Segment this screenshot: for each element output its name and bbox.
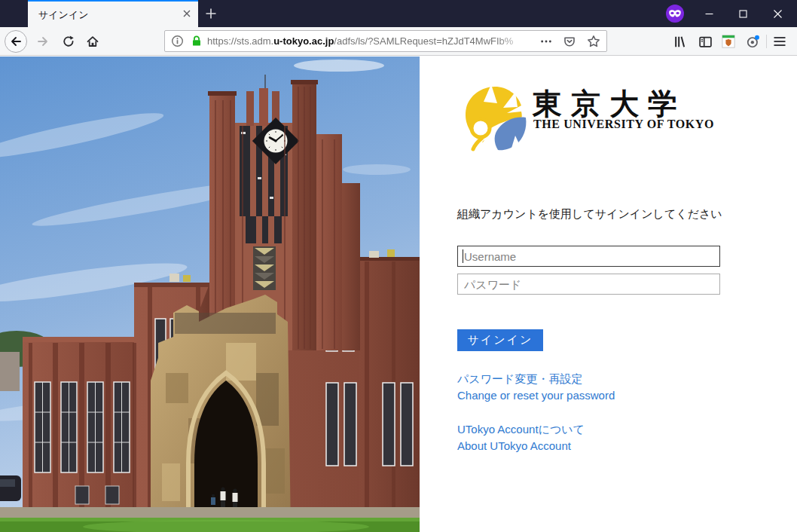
bookmark-star-icon[interactable] bbox=[587, 35, 600, 48]
tab-title: サインイン bbox=[38, 8, 89, 22]
shield-extension-icon[interactable] bbox=[719, 32, 737, 50]
url-domain: u-tokyo.ac.jp bbox=[273, 35, 334, 47]
account-extension-icon[interactable] bbox=[744, 32, 762, 50]
link-password-reset-ja[interactable]: パスワード変更・再設定 bbox=[457, 372, 582, 387]
lock-icon[interactable] bbox=[191, 35, 203, 47]
maximize-icon[interactable] bbox=[726, 0, 760, 27]
link-password-reset-en[interactable]: Change or reset your password bbox=[457, 389, 615, 402]
username-input[interactable] bbox=[457, 246, 720, 267]
toolbar-separator bbox=[766, 35, 767, 48]
tab-close-icon[interactable] bbox=[183, 10, 191, 17]
link-about-account-ja[interactable]: UTokyo Accountについて bbox=[457, 423, 585, 437]
info-icon[interactable] bbox=[171, 35, 184, 47]
private-browsing-mask-icon bbox=[665, 4, 685, 23]
page-content: 東京大学 THE UNIVERSITY OF TOKYO 組織アカウントを使用し… bbox=[0, 57, 797, 532]
text-caret bbox=[463, 249, 463, 263]
password-input[interactable] bbox=[457, 274, 720, 295]
home-icon[interactable] bbox=[81, 30, 104, 53]
sidebar-icon[interactable] bbox=[696, 32, 714, 50]
signin-heading: 組織アカウントを使用してサインインしてください bbox=[457, 207, 722, 222]
url-path: /adfs/ls/?SAMLRequest=hZJdT4MwFIb% bbox=[334, 35, 513, 47]
browser-titlebar: サインイン bbox=[0, 0, 797, 27]
campus-photo bbox=[0, 57, 420, 532]
library-icon[interactable] bbox=[671, 32, 689, 50]
forward-icon[interactable] bbox=[32, 30, 54, 53]
reload-icon[interactable] bbox=[57, 30, 80, 53]
pocket-icon[interactable] bbox=[563, 35, 576, 48]
window-close-icon[interactable] bbox=[761, 0, 795, 27]
back-icon[interactable] bbox=[5, 30, 27, 53]
url-text[interactable]: https://sts.adm.u-tokyo.ac.jp/adfs/ls/?S… bbox=[207, 35, 534, 47]
page-actions-icon[interactable] bbox=[540, 35, 552, 47]
minimize-icon[interactable] bbox=[692, 0, 726, 27]
tab-signin[interactable]: サインイン bbox=[28, 0, 198, 27]
signin-button[interactable]: サインイン bbox=[457, 329, 543, 351]
url-prefix: https://sts.adm. bbox=[207, 35, 273, 47]
active-tab-indicator bbox=[28, 0, 198, 2]
new-tab-icon[interactable] bbox=[205, 8, 217, 20]
menu-icon[interactable] bbox=[771, 32, 789, 50]
url-bar[interactable]: https://sts.adm.u-tokyo.ac.jp/adfs/ls/?S… bbox=[164, 30, 607, 52]
logo-subtitle: THE UNIVERSITY OF TOKYO bbox=[533, 118, 714, 131]
browser-navbar: https://sts.adm.u-tokyo.ac.jp/adfs/ls/?S… bbox=[0, 27, 797, 56]
utokyo-ginkgo-logo-icon bbox=[460, 82, 530, 153]
link-about-account-en[interactable]: About UTokyo Account bbox=[457, 439, 571, 452]
login-panel: 東京大学 THE UNIVERSITY OF TOKYO 組織アカウントを使用し… bbox=[420, 57, 797, 532]
